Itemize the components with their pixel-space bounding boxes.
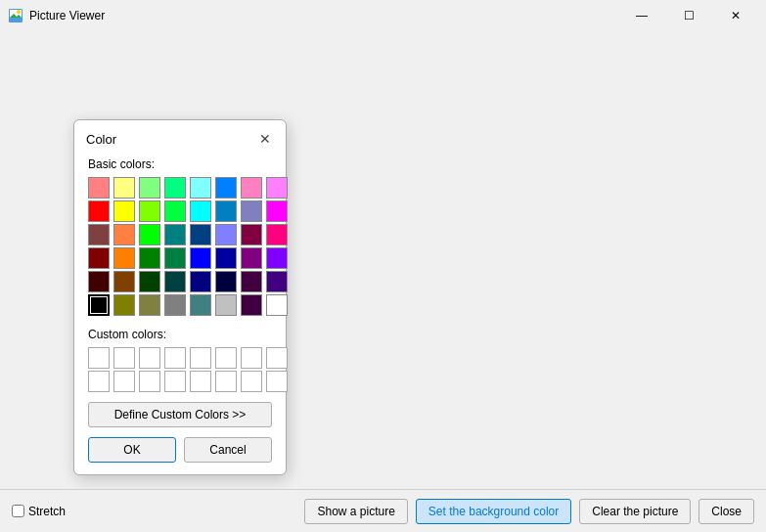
- basic-color-swatch[interactable]: [139, 271, 160, 292]
- basic-color-swatch[interactable]: [215, 200, 237, 222]
- basic-color-swatch[interactable]: [113, 177, 135, 199]
- basic-color-swatch[interactable]: [190, 294, 211, 316]
- app-icon: [8, 8, 23, 23]
- custom-color-swatch[interactable]: [164, 347, 186, 369]
- define-custom-colors-button[interactable]: Define Custom Colors >>: [88, 402, 272, 427]
- dialog-titlebar: Color ✕: [74, 120, 286, 154]
- basic-color-swatch[interactable]: [190, 200, 211, 222]
- custom-colors-label: Custom colors:: [88, 328, 272, 341]
- basic-color-swatch[interactable]: [139, 200, 160, 222]
- basic-color-swatch[interactable]: [241, 200, 262, 222]
- minimize-button[interactable]: —: [619, 6, 664, 25]
- basic-color-swatch[interactable]: [241, 177, 262, 199]
- basic-color-swatch[interactable]: [164, 200, 186, 222]
- custom-color-swatch[interactable]: [190, 371, 211, 392]
- basic-color-swatch[interactable]: [113, 271, 135, 292]
- custom-color-swatch[interactable]: [139, 347, 160, 369]
- dialog-body: Basic colors: Custom colors: Define Cust…: [74, 154, 286, 474]
- basic-color-swatch[interactable]: [215, 177, 237, 199]
- basic-color-swatch[interactable]: [241, 294, 262, 316]
- set-background-button[interactable]: Set the background color: [416, 499, 571, 524]
- basic-color-swatch[interactable]: [113, 200, 135, 222]
- custom-color-swatch[interactable]: [241, 371, 262, 392]
- basic-color-swatch[interactable]: [164, 271, 186, 292]
- ok-button[interactable]: OK: [88, 437, 176, 463]
- svg-point-3: [17, 10, 21, 14]
- show-picture-button[interactable]: Show a picture: [304, 499, 407, 524]
- custom-color-swatch[interactable]: [88, 347, 110, 369]
- basic-color-swatch[interactable]: [139, 247, 160, 269]
- custom-color-swatch[interactable]: [215, 347, 237, 369]
- stretch-label: Stretch: [28, 505, 66, 518]
- basic-color-swatch[interactable]: [164, 177, 186, 199]
- dialog-actions: OK Cancel: [88, 437, 272, 463]
- basic-color-swatch[interactable]: [88, 271, 110, 292]
- custom-color-swatch[interactable]: [113, 371, 135, 392]
- basic-color-swatch[interactable]: [266, 294, 288, 316]
- basic-color-swatch[interactable]: [113, 224, 135, 245]
- color-dialog: Color ✕ Basic colors: Custom colors: Def…: [73, 119, 287, 475]
- basic-color-swatch[interactable]: [215, 224, 237, 245]
- basic-color-swatch[interactable]: [164, 224, 186, 245]
- title-bar: Picture Viewer — ☐ ✕: [0, 0, 766, 31]
- dialog-overlay: Color ✕ Basic colors: Custom colors: Def…: [0, 31, 766, 532]
- window-controls: — ☐ ✕: [619, 6, 758, 25]
- custom-color-swatch[interactable]: [88, 371, 110, 392]
- basic-color-swatch[interactable]: [266, 200, 288, 222]
- stretch-checkbox[interactable]: [12, 505, 24, 517]
- basic-color-swatch[interactable]: [139, 224, 160, 245]
- basic-colors-label: Basic colors:: [88, 157, 272, 171]
- cancel-button[interactable]: Cancel: [184, 437, 272, 463]
- custom-color-swatch[interactable]: [190, 347, 211, 369]
- basic-color-swatch[interactable]: [215, 247, 237, 269]
- basic-color-swatch[interactable]: [266, 271, 288, 292]
- basic-color-swatch[interactable]: [241, 224, 262, 245]
- basic-color-swatch[interactable]: [113, 247, 135, 269]
- basic-color-swatch[interactable]: [88, 177, 110, 199]
- dialog-title: Color: [86, 132, 256, 147]
- basic-color-swatch[interactable]: [190, 271, 211, 292]
- basic-color-swatch[interactable]: [190, 247, 211, 269]
- basic-color-swatch[interactable]: [215, 271, 237, 292]
- basic-color-swatch[interactable]: [241, 247, 262, 269]
- custom-color-swatch[interactable]: [139, 371, 160, 392]
- close-button[interactable]: Close: [698, 499, 754, 524]
- custom-colors-grid: [88, 347, 272, 392]
- basic-color-swatch[interactable]: [215, 294, 237, 316]
- custom-color-swatch[interactable]: [113, 347, 135, 369]
- basic-color-swatch[interactable]: [164, 294, 186, 316]
- bottom-bar: Stretch Show a picture Set the backgroun…: [0, 489, 766, 532]
- dialog-close-button[interactable]: ✕: [256, 130, 274, 148]
- basic-color-swatch[interactable]: [190, 224, 211, 245]
- basic-colors-grid: [88, 177, 272, 316]
- basic-color-swatch[interactable]: [88, 247, 110, 269]
- basic-color-swatch[interactable]: [190, 177, 211, 199]
- stretch-checkbox-container[interactable]: Stretch: [12, 505, 66, 518]
- custom-color-swatch[interactable]: [266, 371, 288, 392]
- close-window-button[interactable]: ✕: [713, 6, 758, 25]
- window-title: Picture Viewer: [29, 9, 619, 22]
- main-content: Color ✕ Basic colors: Custom colors: Def…: [0, 31, 766, 532]
- custom-color-swatch[interactable]: [241, 347, 262, 369]
- basic-color-swatch[interactable]: [88, 200, 110, 222]
- basic-color-swatch[interactable]: [113, 294, 135, 316]
- maximize-button[interactable]: ☐: [666, 6, 711, 25]
- basic-color-swatch[interactable]: [241, 271, 262, 292]
- custom-color-swatch[interactable]: [164, 371, 186, 392]
- basic-color-swatch[interactable]: [88, 224, 110, 245]
- basic-color-swatch[interactable]: [139, 294, 160, 316]
- basic-color-swatch[interactable]: [266, 224, 288, 245]
- custom-color-swatch[interactable]: [266, 347, 288, 369]
- basic-color-swatch[interactable]: [139, 177, 160, 199]
- basic-color-swatch[interactable]: [266, 177, 288, 199]
- basic-color-swatch[interactable]: [88, 294, 110, 316]
- clear-picture-button[interactable]: Clear the picture: [579, 499, 691, 524]
- custom-color-swatch[interactable]: [215, 371, 237, 392]
- basic-color-swatch[interactable]: [164, 247, 186, 269]
- basic-color-swatch[interactable]: [266, 247, 288, 269]
